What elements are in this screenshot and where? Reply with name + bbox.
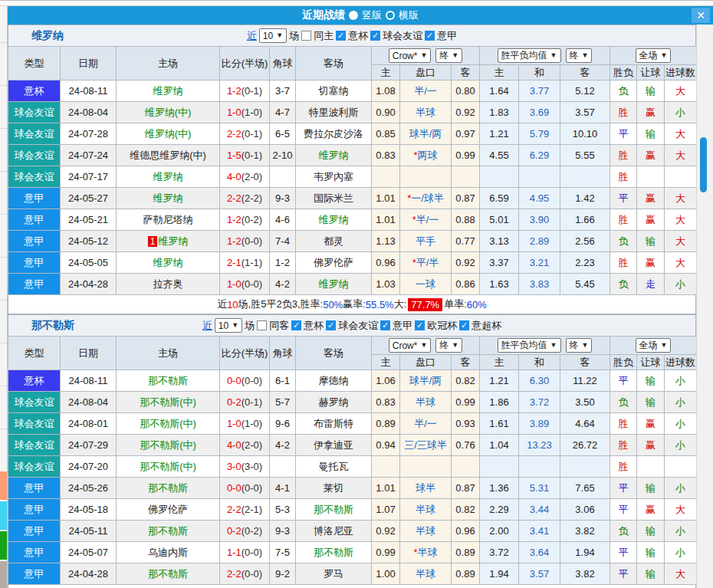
same-venue-checkbox[interactable] [301,31,311,41]
handicap-home-odds: 0.90 [372,102,400,123]
away-team: 韦罗內塞 [296,166,372,188]
handicap-result-cell: 输 [637,370,665,392]
away-team: 维罗纳 [296,274,372,295]
halftime-score: (2-0) [242,439,262,451]
score: 1-0(1-0) [220,413,270,435]
handicap-result-cell [637,166,665,188]
near-link[interactable]: 近 [247,29,257,43]
euro-draw-odds: 3.83 [519,274,560,295]
league-label-3[interactable]: 欧冠杯 [427,319,457,333]
scope-select[interactable]: 全场▼ [636,338,672,353]
league-label-2[interactable]: 意甲 [393,319,412,333]
final-select-1[interactable]: 终▼ [435,338,462,353]
result-cell: 负 [610,521,637,542]
handicap-home-odds: 1.07 [372,499,400,521]
league-checkbox-1[interactable] [370,31,380,41]
league-checkbox-0[interactable] [291,320,301,330]
result-cell: 负 [610,80,637,102]
horizontal-layout-radio[interactable] [386,11,395,20]
match-count-select[interactable]: 10▼ [215,318,242,333]
background-block-gray [0,561,7,588]
home-team-name: 乌迪内斯 [148,547,188,558]
goals-result-cell: 小 [665,542,697,563]
handicap-line: 一球 [400,274,452,295]
chevron-down-icon: ▼ [661,342,668,349]
wdl-average-select[interactable]: 胜平负均值▼ [498,338,561,353]
vertical-layout-label[interactable]: 竖版 [362,8,382,22]
euro-home-odds: 1.21 [480,123,519,145]
home-team: 那不勒斯(中) [117,392,220,413]
euro-draw-odds: 3.69 [519,102,560,123]
match-count-select[interactable]: 10▼ [259,28,287,43]
close-icon[interactable]: ✕ [692,8,710,23]
halftime-score: (0-0) [242,547,262,558]
sub-header-1: 盘口 [400,65,452,80]
vertical-layout-radio[interactable] [349,11,358,20]
sub-header-0: 主 [372,355,400,370]
scope-select[interactable]: 全场▼ [636,48,672,63]
same-venue-label[interactable]: 同主 [314,29,334,43]
result-cell: 平 [610,123,637,145]
handicap-result-cell: 输 [637,231,665,252]
league-label-4[interactable]: 意超杯 [472,319,501,333]
odds-company-header: Crow*▼终▼ [372,47,480,65]
same-venue-checkbox[interactable] [257,320,267,330]
handicap-result-cell: 输 [637,123,665,145]
league-checkbox-0[interactable] [336,31,346,41]
final-select-1-value: 终 [439,49,449,62]
euro-home-odds: 1.83 [480,102,519,123]
euro-home-odds [480,456,519,478]
away-team-name: 维罗纳 [319,149,349,161]
handicap-away-odds: 0.76 [452,435,480,456]
handicap-away-odds: 0.87 [452,478,480,499]
halftime-score: (0-2) [242,214,262,225]
final-select-1[interactable]: 终▼ [435,48,462,63]
league-checkbox-2[interactable] [380,320,390,330]
league-label-2[interactable]: 意甲 [437,29,457,43]
match-type-badge: 意甲 [8,209,61,231]
scope-select-value: 全场 [639,339,658,352]
col-header-0: 类型 [8,337,61,370]
fulltime-score: 4-0 [227,439,242,451]
horizontal-layout-label[interactable]: 横版 [399,8,419,22]
company-select[interactable]: Crow*▼ [389,338,432,353]
company-select[interactable]: Crow*▼ [389,48,432,63]
league-label-1[interactable]: 球会友谊 [338,319,378,333]
league-checkbox-4[interactable] [459,320,469,330]
league-label-0[interactable]: 意杯 [304,319,324,333]
handicap-line: 三/三球半 [400,435,452,456]
match-date: 24-05-27 [61,188,117,209]
final-select-2[interactable]: 终▼ [566,48,593,63]
match-type-badge: 意杯 [8,80,61,102]
scrollbar-thumb[interactable] [700,137,707,192]
corners: 3-7 [270,80,296,102]
games-label: 场 [289,29,299,43]
final-select-2[interactable]: 终▼ [566,338,593,353]
euro-draw-odds: 5.79 [519,123,560,145]
near-link[interactable]: 近 [202,319,212,333]
league-label-1[interactable]: 球会友谊 [383,29,422,43]
league-checkbox-2[interactable] [425,31,435,41]
handicap-line [400,166,452,188]
corners: 2-10 [270,145,296,166]
scrollbar-track[interactable] [696,25,713,588]
halftime-score: (0-1) [242,149,262,161]
match-date: 24-04-28 [61,274,117,295]
handicap-home-odds: 0.83 [372,392,400,413]
final-select-2-value: 终 [570,49,579,62]
match-type-badge: 球会友谊 [8,392,61,413]
league-checkbox-3[interactable] [415,320,425,330]
league-checkbox-1[interactable] [326,320,336,330]
corners: 7-5 [270,542,296,563]
home-team: 维罗纳 [117,80,220,102]
handicap-line: 半球 [400,521,452,542]
title-group: 近期战绩 竖版 横版 [8,8,713,22]
wdl-average-select[interactable]: 胜平负均值▼ [498,48,561,63]
league-label-0[interactable]: 意杯 [348,29,368,43]
away-team: 罗马 [296,563,372,585]
result-cell: 负 [610,231,637,252]
euro-away-odds: 5.12 [560,80,610,102]
euro-away-odds [560,456,610,478]
chevron-down-icon: ▼ [276,32,283,39]
same-venue-label[interactable]: 同客 [269,319,289,333]
